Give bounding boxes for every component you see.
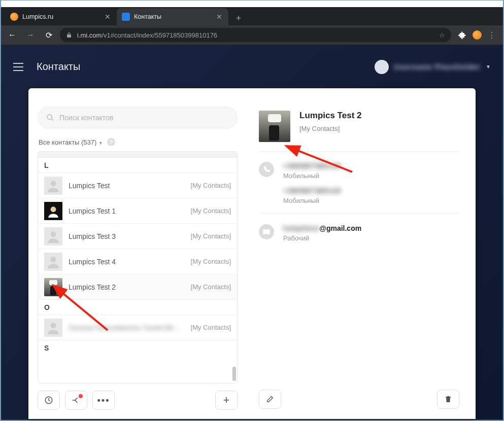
section-header-s: S bbox=[38, 340, 237, 355]
menu-icon[interactable]: ⋮ bbox=[485, 28, 499, 42]
contact-name: Lumpics Test 1 bbox=[69, 207, 185, 215]
user-menu[interactable]: Username Placeholder ▼ bbox=[375, 60, 491, 74]
phone-label: Мобильный bbox=[283, 172, 342, 180]
section-header-o: O bbox=[38, 299, 237, 314]
filter-dropdown[interactable]: Все контакты (537) ▼ bbox=[39, 138, 103, 146]
contact-group: [My Contacts] bbox=[191, 232, 231, 240]
lock-icon bbox=[66, 32, 72, 38]
url-input[interactable]: i.mi.com/v1#contact/index/55971850399810… bbox=[60, 28, 451, 42]
back-button[interactable]: ← bbox=[5, 28, 19, 42]
svg-point-3 bbox=[51, 257, 56, 262]
extensions-icon[interactable] bbox=[455, 28, 469, 42]
phone-number: +380987380120 bbox=[283, 187, 342, 195]
avatar-icon bbox=[44, 319, 62, 337]
svg-point-0 bbox=[51, 181, 56, 186]
avatar-icon bbox=[44, 253, 62, 271]
contact-item[interactable]: Lumpics Test 3 [My Contacts] bbox=[38, 223, 237, 249]
browser-tab-lumpics[interactable]: Lumpics.ru ✕ bbox=[5, 8, 117, 25]
avatar-photo bbox=[44, 278, 62, 296]
contact-item[interactable]: Lumpics Test 1 [My Contacts] bbox=[38, 198, 237, 223]
browser-tab-contacts[interactable]: Контакты ✕ bbox=[117, 8, 228, 25]
contact-group: [My Contacts] bbox=[191, 258, 231, 265]
scrollbar[interactable] bbox=[232, 367, 236, 381]
section-header-l: L bbox=[38, 157, 237, 172]
phone-number: +380987380120 bbox=[283, 162, 342, 170]
window-titlebar bbox=[1, 1, 503, 7]
delete-button[interactable] bbox=[437, 390, 459, 409]
tab-strip: Lumpics.ru ✕ Контакты ✕ + bbox=[1, 7, 503, 25]
svg-point-1 bbox=[51, 206, 56, 212]
avatar-icon bbox=[44, 202, 62, 220]
svg-point-2 bbox=[51, 231, 56, 237]
reload-button[interactable]: ⟳ bbox=[42, 28, 56, 42]
svg-point-4 bbox=[51, 323, 56, 328]
phone-icon bbox=[259, 162, 274, 177]
contact-list[interactable]: L Lumpics Test [My Contacts] Lumpics Tes… bbox=[38, 151, 238, 383]
detail-avatar bbox=[259, 111, 290, 142]
contact-group: [My Contacts] bbox=[191, 182, 231, 189]
address-bar: ← → ⟳ i.mi.com/v1#contact/index/55971850… bbox=[1, 25, 503, 45]
contact-item[interactable]: Lumpics Test 4 [My Contacts] bbox=[38, 249, 237, 274]
contact-item[interactable]: Оксана Пользователь Галем Верш... [My Co… bbox=[38, 314, 237, 340]
app-header: Контакты Username Placeholder ▼ bbox=[2, 45, 502, 88]
avatar-icon bbox=[44, 227, 62, 245]
tab-title: Lumpics.ru bbox=[22, 13, 99, 20]
email-label: Рабочий bbox=[283, 234, 361, 242]
merge-button[interactable] bbox=[65, 391, 87, 410]
avatar-icon bbox=[44, 177, 62, 195]
search-placeholder: Поиск контактов bbox=[59, 114, 113, 122]
email-address: lumpitest@gmail.com bbox=[283, 224, 361, 232]
favicon-icon bbox=[122, 13, 130, 21]
more-button[interactable]: ••• bbox=[92, 391, 115, 410]
search-icon bbox=[46, 114, 54, 122]
email-icon bbox=[259, 224, 274, 239]
chevron-down-icon: ▼ bbox=[98, 141, 103, 146]
contact-item[interactable]: Lumpics Test [My Contacts] bbox=[38, 172, 237, 198]
history-button[interactable] bbox=[38, 391, 60, 410]
detail-group: [My Contacts] bbox=[299, 125, 362, 132]
contact-name: Lumpics Test 2 bbox=[69, 283, 185, 291]
help-icon[interactable]: ? bbox=[107, 138, 115, 146]
add-contact-button[interactable]: + bbox=[215, 391, 238, 410]
star-icon[interactable]: ☆ bbox=[439, 31, 445, 39]
close-tab-icon[interactable]: ✕ bbox=[104, 13, 112, 21]
username-label: Username Placeholder bbox=[394, 63, 481, 71]
edit-button[interactable] bbox=[259, 390, 281, 409]
forward-button[interactable]: → bbox=[23, 28, 38, 42]
tab-title: Контакты bbox=[134, 13, 211, 20]
detail-name: Lumpics Test 2 bbox=[299, 111, 362, 121]
contact-item-selected[interactable]: Lumpics Test 2 [My Contacts] bbox=[38, 274, 237, 299]
chevron-down-icon: ▼ bbox=[486, 64, 491, 69]
new-tab-button[interactable]: + bbox=[231, 11, 246, 25]
app-title: Контакты bbox=[37, 61, 80, 73]
hamburger-menu-icon[interactable] bbox=[13, 63, 23, 71]
contact-group: [My Contacts] bbox=[191, 283, 231, 291]
phone-label: Мобильный bbox=[283, 197, 342, 204]
contact-group: [My Contacts] bbox=[191, 324, 231, 331]
contact-name: Lumpics Test 3 bbox=[69, 232, 185, 240]
close-tab-icon[interactable]: ✕ bbox=[215, 13, 223, 21]
contact-name: Оксана Пользователь Галем Верш... bbox=[69, 324, 185, 332]
profile-icon[interactable] bbox=[473, 30, 482, 40]
search-input[interactable]: Поиск контактов bbox=[38, 107, 238, 129]
avatar-icon bbox=[375, 60, 389, 74]
contact-name: Lumpics Test bbox=[69, 182, 185, 190]
favicon-icon bbox=[10, 13, 18, 21]
contact-group: [My Contacts] bbox=[191, 207, 231, 215]
contact-name: Lumpics Test 4 bbox=[69, 258, 185, 266]
